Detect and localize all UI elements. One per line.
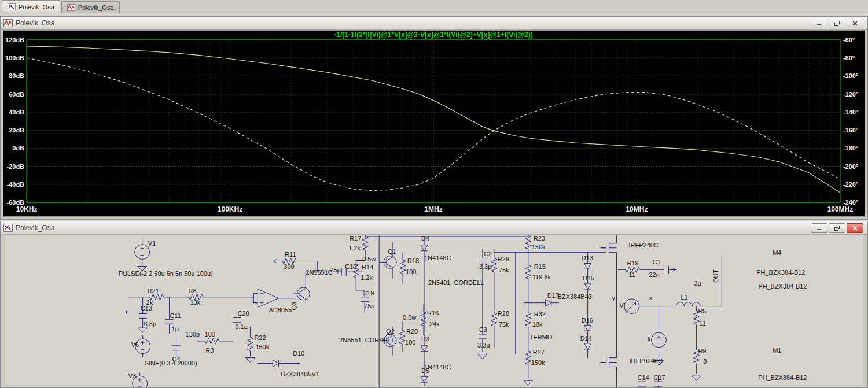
schematic-titlebar[interactable]: Polevik_Osa <box>1 221 867 235</box>
svg-text:x: x <box>649 294 652 301</box>
svg-text:R29: R29 <box>498 256 509 263</box>
waveform-titlebar[interactable]: Polevik_Osa <box>1 17 867 30</box>
svg-text:100KHz: 100KHz <box>218 205 242 213</box>
svg-text:IRFP9240C: IRFP9240C <box>630 358 663 365</box>
svg-text:-20dB: -20dB <box>6 163 24 170</box>
tab-schematic[interactable]: Polevik_Osa <box>2 0 60 13</box>
svg-text:100dB: 100dB <box>5 54 24 61</box>
minimize-button[interactable] <box>811 223 827 233</box>
svg-text:100: 100 <box>205 331 215 338</box>
svg-text:BZX384B43: BZX384B43 <box>558 293 592 300</box>
svg-text:D14: D14 <box>580 335 592 342</box>
svg-text:Ii: Ii <box>648 335 650 342</box>
svg-text:R16: R16 <box>427 309 439 316</box>
tab-label: Polevik_Osa <box>78 4 114 11</box>
svg-text:V3: V3 <box>128 372 136 379</box>
svg-text:SINE(0 3.4 20000): SINE(0 3.4 20000) <box>145 360 197 367</box>
svg-text:10MHz: 10MHz <box>626 205 648 213</box>
svg-text:22n: 22n <box>649 271 659 278</box>
svg-text:-80°: -80° <box>843 54 855 61</box>
svg-text:R32: R32 <box>534 311 546 317</box>
svg-text:C3: C3 <box>479 326 487 333</box>
svg-text:-200°: -200° <box>843 163 858 170</box>
circuit-schematic: V1V6V3ViIiR212kR813kR3100R22150kR11300R1… <box>5 235 863 387</box>
svg-text:2N5551C: 2N5551C <box>306 269 332 276</box>
svg-text:D10: D10 <box>293 350 304 357</box>
svg-text:75k: 75k <box>499 267 509 274</box>
close-button[interactable] <box>847 223 863 233</box>
svg-text:10k: 10k <box>532 321 543 328</box>
waveform-tab-icon <box>67 4 75 11</box>
schematic-window-title: Polevik_Osa <box>16 224 811 232</box>
svg-text:8: 8 <box>703 359 707 365</box>
svg-text:TERMO: TERMO <box>529 334 553 341</box>
svg-text:R3: R3 <box>206 347 214 354</box>
svg-text:1p: 1p <box>172 326 179 332</box>
svg-text:PULSE(-2 2 50u 5n 5n 50u 100u): PULSE(-2 2 50u 5n 5n 50u 100u) <box>119 270 213 277</box>
svg-text:R9: R9 <box>698 348 706 354</box>
svg-text:R23: R23 <box>534 235 545 242</box>
svg-text:-1/(1-1/(2*[I(Vi)@1*V[x]@2-V[x: -1/(1-1/(2*[I(Vi)@1*V[x]@2-V[x]@1*I(Vi)@… <box>334 31 533 39</box>
svg-text:R5: R5 <box>698 308 706 315</box>
svg-text:-100°: -100° <box>843 72 858 79</box>
svg-text:-160°: -160° <box>843 127 858 134</box>
svg-text:C14: C14 <box>638 374 649 381</box>
svg-text:V6: V6 <box>131 341 139 348</box>
svg-text:D3: D3 <box>421 335 429 342</box>
svg-text:PH_BZX384-B12: PH_BZX384-B12 <box>758 283 807 290</box>
svg-text:C19: C19 <box>362 290 374 297</box>
svg-text:R27: R27 <box>533 349 545 356</box>
svg-text:-140°: -140° <box>843 109 858 116</box>
svg-text:60dB: 60dB <box>9 91 24 98</box>
svg-text:11: 11 <box>699 320 705 327</box>
svg-text:-180°: -180° <box>843 145 858 151</box>
svg-text:75p: 75p <box>364 302 374 309</box>
waveform-window-title: Polevik_Osa <box>16 19 811 27</box>
svg-text:100MHz: 100MHz <box>827 205 854 213</box>
svg-text:PH_BZX884-B12: PH_BZX884-B12 <box>758 374 807 381</box>
restore-button[interactable] <box>829 223 845 233</box>
svg-text:2N5551_CORDELL: 2N5551_CORDELL <box>339 337 395 343</box>
svg-text:R18: R18 <box>407 257 419 264</box>
svg-text:D5: D5 <box>421 367 429 374</box>
svg-text:R28: R28 <box>498 310 509 317</box>
svg-text:300: 300 <box>284 263 294 270</box>
svg-text:80dB: 80dB <box>9 72 24 79</box>
minimize-button[interactable] <box>811 19 827 28</box>
close-button[interactable] <box>847 19 863 28</box>
svg-text:75k: 75k <box>499 321 509 328</box>
svg-text:2N5401_CORDELL: 2N5401_CORDELL <box>428 279 484 286</box>
svg-text:y: y <box>612 294 616 301</box>
waveform-plot-area[interactable]: 120dB100dB80dB60dB40dB20dB0dB-20dB-40dB-… <box>3 30 865 217</box>
svg-text:0.5w: 0.5w <box>362 256 376 263</box>
svg-text:1N4148C: 1N4148C <box>424 254 451 261</box>
svg-text:R17: R17 <box>350 235 361 242</box>
svg-text:R11: R11 <box>285 251 296 258</box>
svg-text:-60°: -60° <box>843 36 855 43</box>
svg-text:3.3µ: 3.3µ <box>477 342 490 349</box>
tab-waveform[interactable]: Polevik_Osa <box>61 1 120 13</box>
svg-text:OUT: OUT <box>712 269 719 283</box>
svg-text:1.2k: 1.2k <box>361 274 373 281</box>
svg-text:1.2k: 1.2k <box>348 245 361 252</box>
schematic-canvas[interactable]: V1V6V3ViIiR212kR813kR3100R22150kR11300R1… <box>5 235 863 387</box>
svg-text:D16: D16 <box>582 317 593 324</box>
svg-text:119.8k: 119.8k <box>532 274 551 280</box>
tab-bar: Polevik_Osa Polevik_Osa <box>0 0 868 13</box>
svg-text:R14: R14 <box>362 264 373 271</box>
svg-text:20dB: 20dB <box>9 127 24 134</box>
svg-text:C1: C1 <box>652 258 660 265</box>
svg-text:C20: C20 <box>237 310 249 317</box>
svg-text:D13: D13 <box>582 255 593 262</box>
svg-text:24k: 24k <box>429 320 440 327</box>
svg-text:-220°: -220° <box>843 181 858 188</box>
restore-button[interactable] <box>829 19 845 28</box>
svg-text:BZX384B5V1: BZX384B5V1 <box>281 371 319 378</box>
svg-text:100: 100 <box>405 339 415 346</box>
svg-text:D15: D15 <box>583 275 594 282</box>
svg-text:C13: C13 <box>141 305 152 312</box>
svg-text:0.5w: 0.5w <box>403 314 416 321</box>
svg-text:R22: R22 <box>254 334 266 341</box>
svg-text:120dB: 120dB <box>5 36 24 43</box>
svg-text:C11: C11 <box>170 312 181 319</box>
